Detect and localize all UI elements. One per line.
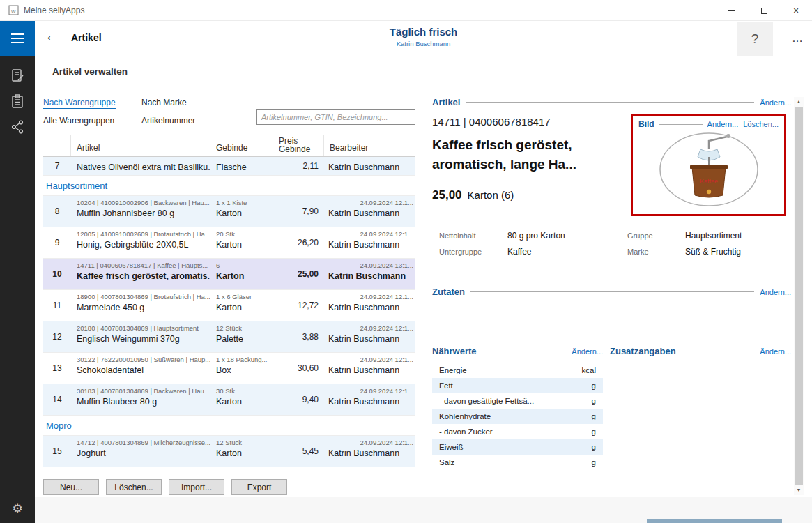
table-row[interactable]: 14 30183 | 4007801304869 | Backwaren | H… <box>43 384 415 416</box>
net-content-value: 80 g pro Karton <box>507 231 565 241</box>
price: 9,40 <box>273 384 324 415</box>
settings-gear-icon[interactable]: ⚙ <box>0 501 35 516</box>
edit-date: 24.09.2024 12:1... <box>328 356 415 363</box>
app-header: ← Artikel Täglich frisch Katrin Buschman… <box>35 21 812 59</box>
table-row[interactable]: 15 14712 | 4007801304869 | Milcherzeugni… <box>43 436 415 467</box>
unit-meta: 12 Stück <box>216 324 273 332</box>
unit: Karton <box>216 303 273 312</box>
editor: Katrin Buschmann <box>328 448 415 458</box>
edit-date: 24.09.2024 12:1... <box>328 293 415 301</box>
app-icon: W <box>8 5 19 18</box>
maximize-button[interactable] <box>748 0 780 21</box>
article-meta: 30122 | 7622200010950 | Süßwaren | Haup.… <box>77 356 210 363</box>
horizontal-scrollbar-thumb[interactable] <box>647 519 782 523</box>
minimize-icon <box>728 10 735 11</box>
nutrition-section-label: Nährwerte <box>432 346 477 356</box>
article-name: Natives Olivenöl extra mit Basiliku... <box>77 162 210 172</box>
edit-date: 24.09.2024 12:1... <box>328 230 415 238</box>
svg-text:W: W <box>11 9 16 14</box>
sidebar-item-documents[interactable] <box>0 64 35 86</box>
table-row[interactable]: 7 Natives Olivenöl extra mit Basiliku...… <box>43 157 415 176</box>
filter-tab-by-brand[interactable]: Nach Marke <box>141 98 187 107</box>
close-button[interactable]: × <box>780 0 812 21</box>
minimize-button[interactable] <box>716 0 748 21</box>
coffee-grinder-image: Kaffee <box>657 130 760 208</box>
table-row[interactable]: 9 12005 | 4100910002609 | Brotaufstrich … <box>43 227 415 259</box>
scroll-down-icon[interactable]: ▼ <box>794 485 804 495</box>
additional-change-link[interactable]: Ändern... <box>760 347 791 356</box>
subgroup-value: Kaffee <box>507 247 531 257</box>
import-button[interactable]: Import... <box>169 479 224 495</box>
price: 12,72 <box>273 290 324 321</box>
detail-scrollbar[interactable]: ▲ ▼ <box>794 97 804 495</box>
price: 5,45 <box>273 436 324 467</box>
table-row[interactable]: 8 10204 | 4100910002906 | Backwaren | Ha… <box>43 196 415 227</box>
hamburger-menu-button[interactable] <box>0 21 35 56</box>
search-input[interactable] <box>256 109 415 125</box>
image-change-link[interactable]: Ändern... <box>707 120 739 128</box>
table-row[interactable]: 13 30122 | 7622200010950 | Süßwaren | Ha… <box>43 353 415 384</box>
unit: Karton <box>216 271 273 281</box>
article-meta: 14712 | 4007801304869 | Milcherzeugnisse… <box>77 439 210 446</box>
ingredients-change-link[interactable]: Ändern... <box>760 288 791 296</box>
nutrition-row: Energiekcal <box>432 363 603 378</box>
article-meta: 14711 | 04006067818417 | Kaffee | Haupts… <box>77 262 210 269</box>
article-name: Kaffee frisch geröstet, aromatis... <box>77 271 210 281</box>
group-label: Gruppe <box>627 232 653 240</box>
export-button[interactable]: Export <box>231 479 287 495</box>
table-row-selected[interactable]: 10 14711 | 04006067818417 | Kaffee | Hau… <box>43 259 415 290</box>
price: 25,00 <box>273 259 324 289</box>
unit: Karton <box>216 209 273 218</box>
article-title: Kaffee frisch geröstet, aromatisch, lang… <box>432 135 627 174</box>
help-button[interactable]: ? <box>737 22 773 56</box>
nutrition-change-link[interactable]: Ändern... <box>572 347 603 356</box>
delete-button[interactable]: Löschen... <box>106 479 162 495</box>
filter-tab-by-group[interactable]: Nach Warengruppe <box>43 98 116 109</box>
unit-meta: 1 x 6 Gläser <box>216 293 273 301</box>
unit-meta: 1 x 18 Packung... <box>216 356 273 363</box>
more-options-button[interactable]: … <box>792 32 804 45</box>
sidebar-item-articles[interactable] <box>0 90 35 112</box>
article-image-box: Bild Ändern... Löschen... Kaffee <box>631 114 786 216</box>
company-name[interactable]: Täglich frisch <box>35 26 812 38</box>
article-image: Kaffee <box>633 130 784 208</box>
table-row[interactable]: 12 20180 | 4007801304869 | Hauptsortimen… <box>43 321 415 353</box>
article-meta: 12005 | 4100910002609 | Brotaufstrich | … <box>77 230 210 238</box>
scroll-up-icon[interactable]: ▲ <box>794 97 804 107</box>
sidebar: ⚙ <box>0 21 35 523</box>
unit-meta: 30 Stk <box>216 387 273 395</box>
row-number: 14 <box>43 384 71 415</box>
col-editor[interactable]: Bearbeiter <box>324 135 415 156</box>
scrollbar-thumb[interactable] <box>795 107 803 485</box>
section-heading: Artikel verwalten <box>52 66 128 77</box>
price: 7,90 <box>273 196 324 227</box>
col-unit[interactable]: Gebinde <box>210 135 273 156</box>
article-change-link[interactable]: Ändern... <box>760 98 791 107</box>
edit-date: 24.09.2024 12:1... <box>328 439 415 446</box>
article-name: Englisch Weingummi 370g <box>77 334 210 344</box>
edit-date: 24.09.2024 12:1... <box>328 199 415 206</box>
nutrition-row: - davon gesättigte Fettsä...g <box>432 393 603 409</box>
edit-date: 24.09.2024 12:1... <box>328 324 415 332</box>
col-article[interactable]: Artikel <box>71 135 210 156</box>
nutrition-table: Energiekcal Fettg - davon gesättigte Fet… <box>432 363 603 470</box>
col-price[interactable]: PreisGebinde <box>273 135 324 156</box>
filter-article-number[interactable]: Artikelnummer <box>141 116 195 126</box>
group-value: Hauptsortiment <box>685 231 742 241</box>
new-button[interactable]: Neu... <box>43 479 99 495</box>
share-network-icon <box>10 119 25 135</box>
image-delete-link[interactable]: Löschen... <box>743 120 779 128</box>
article-meta: 10204 | 4100910002906 | Backwaren | Hau.… <box>77 199 210 206</box>
edit-date: 24.09.2024 12:1... <box>328 387 415 395</box>
row-number: 8 <box>43 196 71 227</box>
unit-meta: 20 Stk <box>216 230 273 238</box>
col-number <box>43 135 71 156</box>
table-row[interactable]: 11 18900 | 4007801304869 | Brotaufstrich… <box>43 290 415 321</box>
unit-meta: 1 x 1 Kiste <box>216 199 273 206</box>
article-price-unit: Karton (6) <box>468 189 514 201</box>
divider <box>470 291 754 292</box>
price: 2,11 <box>273 157 324 175</box>
divider <box>466 102 754 103</box>
filter-all-groups[interactable]: Alle Warengruppen <box>43 116 114 126</box>
sidebar-item-network[interactable] <box>0 116 35 138</box>
